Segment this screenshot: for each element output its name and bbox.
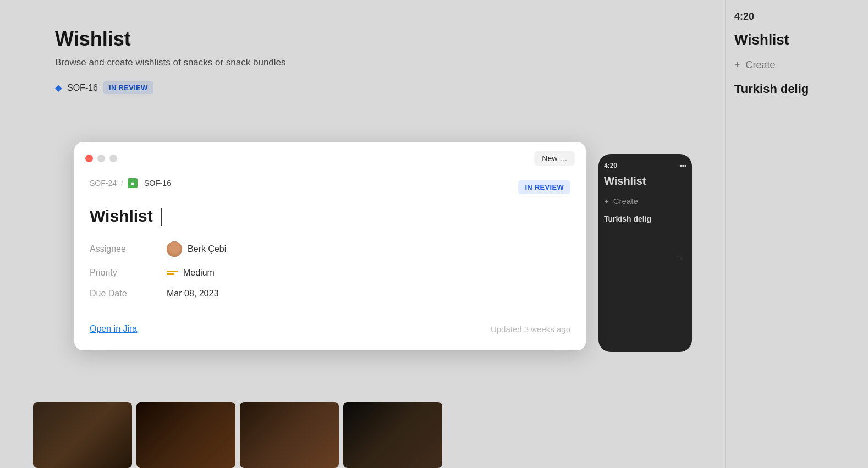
modal-status-badge[interactable]: IN REVIEW <box>518 180 570 194</box>
modal-footer: Open in Jira Updated 3 weeks ago <box>90 315 570 334</box>
breadcrumb-separator: / <box>121 179 123 188</box>
avatar <box>167 241 182 257</box>
priority-field: Priority Medium <box>90 268 570 278</box>
assignee-label: Assignee <box>90 244 167 254</box>
priority-label: Priority <box>90 268 167 278</box>
traffic-lights <box>85 155 117 162</box>
assignee-field: Assignee Berk Çebi <box>90 241 570 257</box>
new-button-label: New <box>542 154 557 163</box>
modal-body: SOF-24 / SOF-16 IN REVIEW Wishlist Assig… <box>74 174 586 350</box>
due-date-value[interactable]: Mar 08, 2023 <box>167 289 570 299</box>
assignee-name: Berk Çebi <box>188 244 226 254</box>
priority-bar-2 <box>167 273 174 275</box>
issue-type-icon <box>128 178 138 188</box>
modal-card: New ... SOF-24 / SOF-16 IN REVIEW Wishli… <box>74 142 586 350</box>
priority-value[interactable]: Medium <box>167 268 570 278</box>
breadcrumb-issue: SOF-16 <box>144 179 171 188</box>
text-cursor <box>161 208 162 226</box>
modal-title: Wishlist <box>90 207 570 226</box>
avatar-image <box>167 241 182 257</box>
minimize-button[interactable] <box>97 155 105 162</box>
updated-text: Updated 3 weeks ago <box>491 324 570 334</box>
modal-titlebar: New ... <box>74 142 586 174</box>
assignee-value[interactable]: Berk Çebi <box>167 241 570 257</box>
priority-icon <box>167 271 178 275</box>
due-date-label: Due Date <box>90 289 167 299</box>
new-button-dots: ... <box>561 154 567 163</box>
modal-title-text: Wishlist <box>90 207 153 225</box>
modal-header-row: SOF-24 / SOF-16 IN REVIEW <box>90 178 570 196</box>
breadcrumb-parent: SOF-24 <box>90 179 117 188</box>
due-date-text: Mar 08, 2023 <box>167 289 218 299</box>
due-date-field: Due Date Mar 08, 2023 <box>90 289 570 299</box>
new-button[interactable]: New ... <box>534 151 575 166</box>
priority-bar-1 <box>167 271 178 272</box>
breadcrumb: SOF-24 / SOF-16 <box>90 178 171 188</box>
maximize-button[interactable] <box>109 155 117 162</box>
open-jira-link[interactable]: Open in Jira <box>90 324 137 334</box>
priority-text: Medium <box>183 268 215 278</box>
close-button[interactable] <box>85 155 93 162</box>
